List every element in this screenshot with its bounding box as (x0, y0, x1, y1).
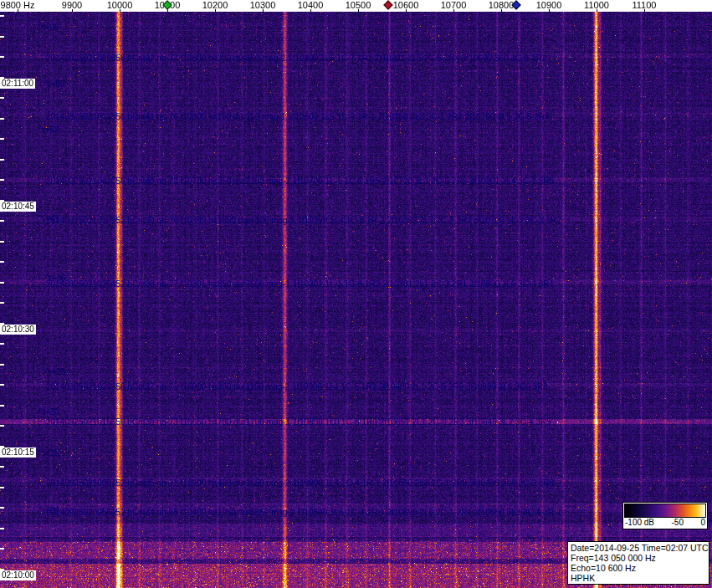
info-panel: Date=2014-09-25 Time=02:07 UTCFreq=143 0… (567, 541, 709, 585)
spectrogram-canvas[interactable] (0, 12, 712, 588)
frequency-axis: 9800 Hz990010000101001020010300104001050… (0, 0, 712, 12)
freq-axis-label: 10800 (489, 0, 515, 11)
info-line: HPHK (571, 573, 706, 583)
freq-axis-label: 10500 (346, 0, 371, 11)
db-label-max: 0 (700, 518, 705, 528)
db-gradient-bar (624, 504, 706, 518)
db-label-mid: -50 (672, 518, 684, 528)
freq-axis-label: 10200 (202, 0, 228, 11)
freq-axis-label: 9900 (62, 0, 82, 11)
freq-axis-label: 10400 (298, 0, 324, 11)
freq-axis-label: 10600 (393, 0, 419, 11)
freq-axis-label: 10000 (107, 0, 133, 11)
freq-axis-label: 10300 (250, 0, 276, 11)
freq-axis-label: 11100 (633, 0, 657, 11)
freq-axis-label: 10700 (441, 0, 467, 11)
red-diamond-marker[interactable] (383, 0, 392, 9)
db-label-min: -100 dB (625, 518, 654, 528)
info-line: Freq=143 050 000 Hz (571, 553, 706, 563)
freq-axis-label: 9800 Hz (1, 0, 35, 11)
meteor-spectrogram-window: 9800 Hz990010000101001020010300104001050… (0, 0, 712, 588)
freq-axis-label: 11000 (584, 0, 609, 11)
db-color-scale: -100 dB -50 0 (622, 502, 708, 529)
freq-axis-label: 10900 (536, 0, 562, 11)
db-scale-labels: -100 dB -50 0 (624, 518, 706, 528)
info-line: Date=2014-09-25 Time=02:07 UTC (571, 543, 706, 553)
info-line: Echo=10 600 Hz (571, 563, 706, 573)
